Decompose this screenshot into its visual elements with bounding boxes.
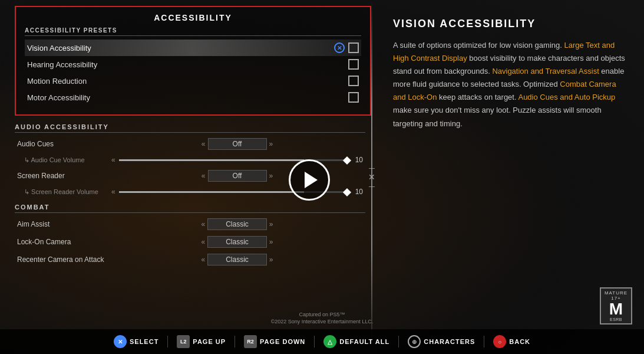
r2-button-icon: R2	[244, 335, 257, 348]
x-button-icon: ✕	[114, 335, 127, 348]
square-icon	[348, 42, 359, 53]
audio-volume-slider[interactable]: « 10	[111, 156, 363, 164]
bottom-characters[interactable]: ⊕ CHARACTERS	[402, 335, 481, 348]
scroll-indicator-cross: ✕	[368, 172, 375, 182]
preset-vision[interactable]: Vision Accessibility ✕	[25, 40, 361, 56]
sep-4	[398, 336, 399, 348]
lock-on-label: Lock-On Camera	[17, 238, 111, 246]
settings-area: AUDIO ACCESSIBILITY Audio Cues « Off » ↳…	[15, 116, 371, 354]
audio-cues-value: Off	[208, 138, 267, 150]
bottom-select[interactable]: ✕ SELECT	[108, 335, 164, 348]
square-icon-4	[348, 92, 359, 103]
lock-right-icon[interactable]: »	[269, 238, 273, 246]
aim-left-icon[interactable]: «	[201, 220, 205, 228]
slider-left-icon-2[interactable]: «	[111, 188, 115, 196]
aim-assist-selector[interactable]: « Classic »	[201, 218, 273, 230]
preset-vision-label: Vision Accessibility	[27, 44, 91, 53]
aim-assist-value: Classic	[207, 218, 267, 230]
preset-hearing[interactable]: Hearing Accessibility	[25, 56, 361, 73]
accessibility-box: ACCESSIBILITY ACCESSIBILITY PRESETS Visi…	[15, 6, 371, 116]
audio-volume-label: ↳ Audio Cue Volume	[17, 156, 111, 164]
lock-on-control[interactable]: « Classic »	[111, 236, 363, 248]
recenter-label: Recenter Camera on Attack	[17, 255, 111, 264]
lock-on-row: Lock-On Camera « Classic »	[15, 233, 365, 251]
lock-on-value: Classic	[207, 236, 267, 248]
audio-volume-control: « 10	[111, 156, 363, 164]
right-panel: VISION ACCESSIBILITY A suite of options …	[372, 0, 644, 354]
audio-cues-row: Audio Cues « Off »	[15, 135, 365, 153]
screen-reader-selector[interactable]: « Off »	[202, 170, 273, 182]
screen-reader-value: Off	[208, 170, 267, 182]
page-down-label: PAGE DOWN	[260, 338, 305, 345]
play-button[interactable]	[289, 159, 330, 201]
bottom-back[interactable]: ○ BACK	[487, 335, 536, 348]
arrow-left-icon[interactable]: «	[202, 140, 206, 148]
recenter-selector[interactable]: « Classic »	[201, 254, 273, 266]
sep-2	[235, 336, 235, 348]
arrow-right-icon[interactable]: »	[269, 140, 273, 148]
play-icon	[305, 172, 318, 188]
slider-handle-2[interactable]	[343, 188, 351, 196]
aim-assist-control[interactable]: « Classic »	[111, 218, 363, 230]
preset-motion-label: Motion Reduction	[27, 77, 87, 86]
sep-5	[484, 336, 484, 348]
aim-right-icon[interactable]: »	[269, 220, 273, 228]
desc-highlight-7: Audio Cues and Auto Pickup	[518, 93, 615, 101]
reader-volume-label: ↳ Screen Reader Volume	[17, 188, 111, 196]
lock-on-selector[interactable]: « Classic »	[201, 236, 273, 248]
vision-title: VISION ACCESSIBILITY	[393, 18, 629, 30]
recenter-left-icon[interactable]: «	[201, 255, 205, 264]
desc-part-6: keep attacks on target.	[437, 93, 518, 101]
bottom-page-up[interactable]: L2 PAGE UP	[171, 335, 232, 348]
square-icon-2	[348, 59, 359, 70]
square-icon-3	[348, 76, 359, 86]
slider-fill-2	[119, 191, 304, 193]
select-label: SELECT	[130, 338, 158, 345]
desc-part-0: A suite of options optimized for low vis…	[393, 41, 564, 50]
panel-divider: — ✕ —	[371, 0, 372, 354]
desc-highlight-3: Navigation and Traversal Assist	[492, 67, 599, 76]
preset-motor-label: Motor Accessibility	[27, 93, 90, 102]
arrow-left-icon-2[interactable]: «	[202, 172, 206, 180]
preset-hearing-icons	[348, 59, 359, 70]
recenter-value: Classic	[207, 254, 267, 266]
preset-motor-icons	[348, 92, 359, 103]
scroll-indicator-bottom: —	[369, 183, 375, 189]
circle-button-icon: ○	[493, 335, 506, 348]
sep-3	[314, 336, 315, 348]
arrow-right-icon-2[interactable]: »	[269, 172, 273, 180]
globe-button-icon: ⊕	[408, 335, 421, 348]
slider-left-icon[interactable]: «	[111, 156, 115, 164]
slider-fill	[119, 159, 304, 161]
l2-button-icon: L2	[177, 335, 190, 348]
aim-assist-row: Aim Assist « Classic »	[15, 215, 365, 233]
audio-cues-control[interactable]: « Off »	[111, 138, 363, 150]
vision-description: A suite of options optimized for low vis…	[393, 39, 629, 130]
characters-label: CHARACTERS	[424, 338, 475, 345]
recenter-control[interactable]: « Classic »	[111, 254, 363, 266]
recenter-right-icon[interactable]: »	[269, 255, 273, 264]
triangle-button-icon: △	[323, 335, 336, 348]
audio-cues-label: Audio Cues	[17, 140, 111, 148]
lock-left-icon[interactable]: «	[201, 238, 205, 246]
presets-title: ACCESSIBILITY PRESETS	[25, 27, 361, 36]
aim-assist-label: Aim Assist	[17, 220, 111, 228]
bottom-bar: ✕ SELECT L2 PAGE UP R2 PAGE DOWN △ DEFAU…	[0, 329, 644, 354]
back-label: BACK	[509, 338, 530, 345]
preset-motion[interactable]: Motion Reduction	[25, 73, 361, 89]
preset-hearing-label: Hearing Accessibility	[27, 60, 97, 69]
slider-handle[interactable]	[343, 156, 351, 164]
x-icon: ✕	[334, 42, 345, 53]
scroll-indicator-top: —	[369, 165, 375, 171]
recenter-row: Recenter Camera on Attack « Classic »	[15, 251, 365, 268]
audio-cues-selector[interactable]: « Off »	[202, 138, 273, 150]
audio-volume-value: 10	[354, 156, 363, 164]
preset-motor[interactable]: Motor Accessibility	[25, 89, 361, 106]
desc-part-8: make sure you don't miss any loot. Puzzl…	[393, 106, 602, 127]
bottom-default-all[interactable]: △ DEFAULT ALL	[318, 335, 395, 348]
preset-vision-icons: ✕	[334, 42, 359, 53]
accessibility-title: ACCESSIBILITY	[25, 13, 361, 22]
preset-motion-icons	[348, 76, 359, 86]
bottom-page-down[interactable]: R2 PAGE DOWN	[238, 335, 311, 348]
default-all-label: DEFAULT ALL	[339, 338, 389, 345]
